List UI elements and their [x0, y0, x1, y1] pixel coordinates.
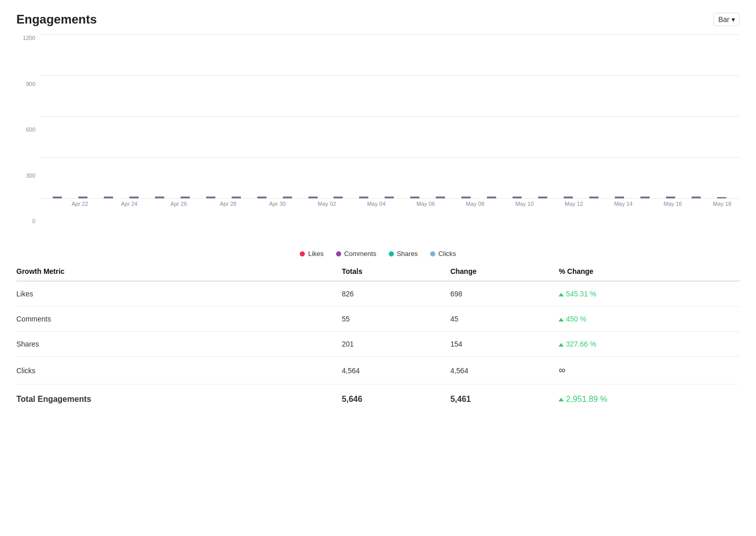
col-header-totals: Totals — [342, 262, 450, 281]
y-label-900: 900 — [16, 81, 39, 87]
bar-group — [558, 35, 579, 199]
bar-group — [660, 35, 681, 199]
x-axis-label: May 08 — [466, 197, 484, 207]
x-label-group: May 18 — [710, 199, 735, 208]
x-label-group: Apr 26 — [166, 199, 191, 208]
x-label-group — [487, 199, 512, 208]
bar-group — [430, 35, 451, 199]
bar-clicks — [53, 198, 62, 199]
x-label-group: May 02 — [315, 199, 339, 208]
chart-legend: Likes Comments Shares Clicks — [16, 250, 740, 258]
legend-comments: Comments — [336, 250, 376, 258]
bar-group — [124, 35, 144, 199]
bar-group — [47, 35, 68, 199]
comments-dot — [336, 251, 341, 256]
x-label-group — [438, 199, 462, 208]
cell-total-metric: Total Engagements — [16, 384, 342, 409]
legend-shares: Shares — [389, 250, 418, 258]
bar-group — [252, 35, 272, 199]
bar-group — [584, 35, 604, 199]
cell-totals: 55 — [342, 307, 450, 332]
chart-area: 0 300 600 900 1200 Apr 22Apr 24Apr 26Apr… — [16, 35, 740, 224]
bar-group — [73, 35, 93, 199]
cell-total-change: 5,461 — [450, 384, 559, 409]
page-title: Engagements — [16, 12, 97, 27]
x-axis-label: May 10 — [515, 197, 533, 207]
bar-group — [532, 35, 553, 199]
x-axis-label: May 02 — [318, 197, 336, 207]
bar-group — [303, 35, 323, 199]
cell-metric: Likes — [16, 281, 342, 307]
y-label-300: 300 — [16, 173, 39, 179]
legend-shares-label: Shares — [397, 250, 418, 258]
cell-change: 4,564 — [450, 357, 559, 384]
cell-metric: Shares — [16, 332, 342, 357]
cell-change: 45 — [450, 307, 559, 332]
table-total-row: Total Engagements5,6465,4612,951.89 % — [16, 384, 740, 409]
x-axis-label: May 12 — [565, 197, 583, 207]
bar-group — [609, 35, 630, 199]
bar-group — [456, 35, 476, 199]
chart-type-dropdown[interactable]: Bar ▾ — [714, 13, 740, 26]
y-axis: 0 300 600 900 1200 — [16, 35, 39, 224]
x-axis-label: Apr 22 — [72, 197, 88, 207]
x-label-group — [537, 199, 562, 208]
x-axis-label: Apr 30 — [269, 197, 285, 207]
chevron-down-icon: ▾ — [731, 15, 735, 24]
bar-group — [711, 35, 732, 199]
x-label-group — [142, 199, 166, 208]
metrics-table: Growth Metric Totals Change % Change Lik… — [16, 262, 740, 408]
cell-totals: 826 — [342, 281, 450, 307]
bar-group — [201, 35, 221, 199]
table-row: Shares201154327.66 % — [16, 332, 740, 357]
table-row: Clicks4,5644,564∞ — [16, 357, 740, 384]
x-label-group: May 14 — [611, 199, 636, 208]
cell-pchange: 450 % — [559, 307, 740, 332]
table-row: Comments5545450 % — [16, 307, 740, 332]
cell-pchange: ∞ — [559, 357, 740, 384]
cell-pchange: 327.66 % — [559, 332, 740, 357]
x-label-group: May 06 — [413, 199, 438, 208]
bar-group — [481, 35, 502, 199]
bar-group — [405, 35, 425, 199]
x-axis-label: Apr 24 — [121, 197, 138, 207]
cell-change: 698 — [450, 281, 559, 307]
bar-group — [149, 35, 170, 199]
chart-container: 0 300 600 900 1200 Apr 22Apr 24Apr 26Apr… — [16, 35, 740, 250]
table-row: Likes826698545.31 % — [16, 281, 740, 307]
bar-group — [353, 35, 374, 199]
x-label-group: Apr 30 — [265, 199, 290, 208]
bar-group — [686, 35, 706, 199]
cell-totals: 4,564 — [342, 357, 450, 384]
y-label-0: 0 — [16, 218, 39, 224]
bars-area — [39, 35, 740, 199]
x-label-group: May 12 — [562, 199, 586, 208]
likes-dot — [300, 251, 305, 256]
x-axis-label: May 04 — [367, 197, 386, 207]
bar-group — [507, 35, 527, 199]
cell-change: 154 — [450, 332, 559, 357]
legend-comments-label: Comments — [344, 250, 376, 258]
x-axis-label: Apr 26 — [170, 197, 187, 207]
x-label-group — [339, 199, 364, 208]
col-header-change: Change — [450, 262, 559, 281]
x-axis-label: May 14 — [614, 197, 633, 207]
x-label-group: May 04 — [364, 199, 389, 208]
legend-likes: Likes — [300, 250, 323, 258]
x-label-group: May 16 — [660, 199, 685, 208]
x-label-group — [240, 199, 265, 208]
legend-clicks: Clicks — [430, 250, 456, 258]
bar-group — [635, 35, 655, 199]
x-axis-label: Apr 28 — [220, 197, 236, 207]
legend-likes-label: Likes — [308, 250, 323, 258]
x-label-group — [92, 199, 117, 208]
x-label-group — [685, 199, 709, 208]
x-axis-label: May 06 — [416, 197, 435, 207]
bar-group — [328, 35, 348, 199]
x-label-group: Apr 24 — [117, 199, 142, 208]
x-label-group — [389, 199, 413, 208]
clicks-dot — [430, 251, 435, 256]
x-label-group — [586, 199, 611, 208]
bar-group — [277, 35, 298, 199]
col-header-metric: Growth Metric — [16, 262, 342, 281]
